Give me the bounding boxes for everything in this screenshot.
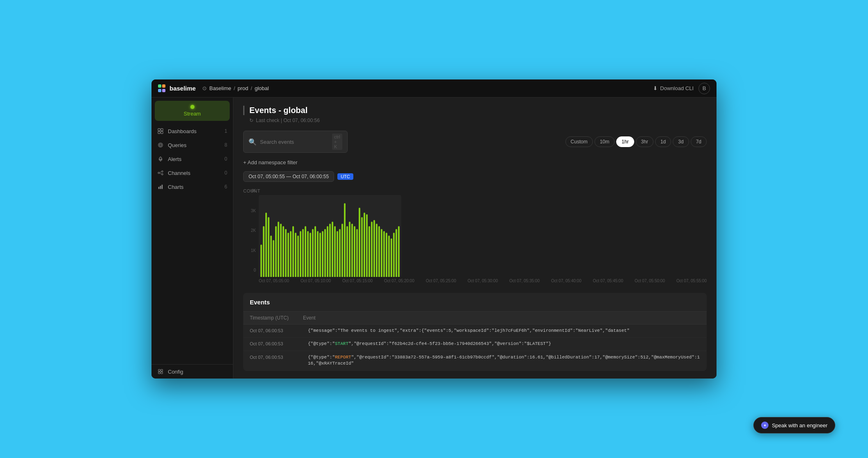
search-icon: 🔍	[249, 138, 257, 146]
sidebar-item-channels[interactable]: Channels 0	[151, 166, 233, 180]
chart-bar	[391, 238, 392, 277]
charts-icon	[157, 184, 164, 190]
chart-bar	[263, 226, 264, 277]
logo-icon	[158, 84, 166, 93]
y-label-4k: 4K	[251, 188, 256, 193]
sidebar-item-config[interactable]: Config	[151, 365, 233, 379]
refresh-icon: ↻	[249, 118, 253, 123]
chart-bars	[259, 195, 401, 277]
chart-bar	[388, 236, 390, 277]
svg-rect-14	[158, 370, 160, 371]
add-namespace-filter[interactable]: + Add namespace filter	[243, 159, 707, 166]
chart-bar	[283, 226, 284, 277]
alerts-count: 0	[224, 156, 227, 162]
time-btn-custom[interactable]: Custom	[565, 136, 593, 147]
time-btn-3hr[interactable]: 3hr	[636, 136, 653, 147]
breadcrumb-global[interactable]: global	[255, 85, 269, 91]
svg-rect-0	[158, 129, 160, 131]
download-icon: ⬇	[653, 85, 658, 91]
svg-point-8	[162, 174, 163, 175]
chart-bar	[297, 236, 299, 277]
svg-point-6	[158, 172, 160, 174]
chart-y-axis: 4K 3K 2K 1K 0	[243, 188, 258, 272]
chart-bar	[346, 226, 348, 277]
alerts-icon	[157, 156, 164, 162]
queries-label: Queries	[168, 142, 220, 148]
search-box[interactable]: 🔍 ctrl + K	[243, 131, 348, 153]
time-btn-10m[interactable]: 10m	[594, 136, 615, 147]
svg-point-4	[158, 143, 163, 147]
svg-rect-15	[161, 370, 163, 371]
svg-rect-13	[162, 185, 163, 189]
app-window: baselime ⊙ Baselime / prod / global ⬇ Do…	[151, 79, 717, 379]
speak-with-engineer-button[interactable]: ✦ Speak with an engineer	[753, 417, 835, 433]
last-check: ↻ Last check | Oct 07, 06:00:56	[243, 118, 707, 123]
charts-label: Charts	[168, 184, 220, 190]
channels-label: Channels	[168, 170, 220, 176]
sidebar: Stream Dashboards 1	[151, 97, 233, 379]
chart-bar	[361, 217, 363, 277]
search-input[interactable]	[260, 139, 329, 145]
download-cli-button[interactable]: ⬇ Download CLI	[653, 85, 694, 91]
chart-bar	[319, 233, 321, 277]
chart-bar	[396, 229, 397, 277]
time-buttons: Custom 10m 1hr 3hr 1d 3d 7d	[565, 136, 707, 147]
time-btn-1d[interactable]: 1d	[655, 136, 671, 147]
sidebar-item-alerts[interactable]: Alerts 0	[151, 152, 233, 166]
time-btn-3d[interactable]: 3d	[673, 136, 689, 147]
search-shortcut: ctrl + K	[332, 134, 342, 150]
events-table-header: Timestamp (UTC) Event	[243, 312, 707, 324]
chart-bar	[376, 224, 377, 277]
svg-rect-12	[160, 186, 161, 189]
svg-point-7	[162, 171, 163, 172]
time-btn-7d[interactable]: 7d	[691, 136, 707, 147]
chart-bar	[270, 236, 272, 277]
breadcrumb: ⊙ Baselime / prod / global	[202, 85, 269, 91]
y-label-0: 0	[253, 268, 256, 272]
chart-bar	[310, 233, 311, 277]
speak-icon: ✦	[761, 422, 769, 429]
sidebar-item-dashboards[interactable]: Dashboards 1	[151, 124, 233, 138]
chart-bar	[317, 231, 319, 277]
sidebar-item-stream[interactable]: Stream	[155, 101, 230, 121]
svg-point-5	[159, 144, 161, 146]
chart-x-labels: Oct 07, 05:05:00 Oct 07, 05:10:00 Oct 07…	[259, 277, 707, 285]
chart-bar	[386, 233, 387, 277]
date-range-pill[interactable]: Oct 07, 05:00:55 — Oct 07, 06:00:55	[243, 171, 334, 182]
chart-bar	[332, 222, 333, 277]
chart-bar	[290, 231, 292, 277]
breadcrumb-baselime[interactable]: Baselime	[209, 85, 231, 91]
page-header: Events - global	[243, 106, 707, 115]
count-label: COUNT	[243, 188, 707, 193]
user-avatar[interactable]: B	[698, 83, 710, 94]
chart-bar	[300, 231, 301, 277]
chart-bar	[280, 224, 282, 277]
event-row[interactable]: Oct 07, 06:00:53 {"@type":"START","@requ…	[243, 338, 707, 351]
chart-bar	[366, 214, 368, 277]
chart-bar	[344, 203, 346, 277]
toolbar: 🔍 ctrl + K Custom 10m 1hr 3hr 1d 3d 7d	[243, 131, 707, 153]
chart-bar	[275, 226, 277, 277]
chart-bar	[339, 229, 341, 277]
svg-rect-3	[161, 132, 163, 134]
topbar-right: ⬇ Download CLI B	[653, 83, 710, 94]
svg-rect-11	[158, 187, 160, 189]
svg-rect-16	[158, 372, 160, 374]
time-btn-1hr[interactable]: 1hr	[616, 136, 634, 147]
sidebar-item-charts[interactable]: Charts 6	[151, 180, 233, 194]
speak-button-label: Speak with an engineer	[772, 422, 827, 429]
sidebar-item-queries[interactable]: Queries 8	[151, 138, 233, 152]
chart-bar	[260, 245, 262, 277]
breadcrumb-prod[interactable]: prod	[237, 85, 248, 91]
y-label-1k: 1K	[251, 248, 256, 253]
chart-bar	[314, 226, 316, 277]
config-label: Config	[168, 369, 227, 375]
queries-count: 8	[224, 142, 227, 148]
event-row[interactable]: Oct 07, 06:00:53 {"message":"The events …	[243, 324, 707, 338]
y-label-3k: 3K	[251, 209, 256, 213]
chart-bar	[322, 231, 323, 277]
event-row[interactable]: Oct 07, 06:00:53 {"@type":"REPORT","@req…	[243, 351, 707, 371]
event-timestamp-1: Oct 07, 06:00:53	[250, 328, 303, 333]
chart-bar	[287, 233, 289, 277]
content-area: Events - global ↻ Last check | Oct 07, 0…	[233, 97, 717, 379]
